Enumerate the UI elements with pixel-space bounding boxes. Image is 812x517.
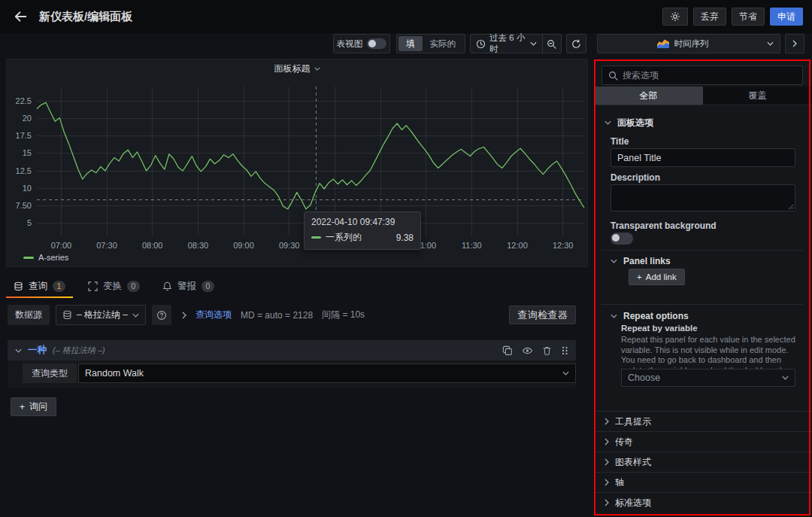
chevron-down-icon bbox=[604, 120, 611, 125]
repeat-variable-select[interactable]: Choose bbox=[621, 369, 795, 387]
top-bar: 新仪表板/编辑面板 丢弃 节省 申请 bbox=[0, 0, 812, 33]
discard-button[interactable]: 丢弃 bbox=[693, 8, 726, 26]
svg-text:09:00: 09:00 bbox=[233, 241, 254, 250]
chevron-right-icon bbox=[604, 418, 609, 425]
chart-panel: 面板标题 22.52017.51512.5107.50507:0007:3008… bbox=[6, 59, 588, 267]
svg-text:5: 5 bbox=[27, 218, 32, 227]
query-type-value: Random Walk bbox=[85, 368, 144, 379]
query-row-body: 查询类型 Random Walk bbox=[8, 360, 576, 388]
query-inspector-button[interactable]: 查询检查器 bbox=[509, 306, 576, 324]
query-type-label: 查询类型 bbox=[23, 363, 77, 383]
section-label: 传奇 bbox=[615, 436, 633, 449]
section-轴[interactable]: 轴 bbox=[594, 472, 812, 492]
svg-text:10: 10 bbox=[23, 184, 32, 193]
svg-text:12:00: 12:00 bbox=[507, 241, 528, 250]
question-circle-icon bbox=[156, 310, 167, 321]
transparent-bg-switch[interactable] bbox=[611, 233, 633, 245]
chart-legend[interactable]: A-series bbox=[23, 253, 68, 262]
panel-title: 面板标题 bbox=[274, 62, 311, 75]
transform-icon bbox=[88, 281, 98, 291]
chevron-right-icon bbox=[604, 479, 609, 486]
editor-tab-查询[interactable]: 查询 1 bbox=[6, 275, 73, 298]
query-options-link[interactable]: 查询选项 bbox=[195, 309, 232, 321]
hide-query-eye-icon[interactable] bbox=[522, 345, 533, 356]
datasource-value: – 格拉法纳 – bbox=[77, 309, 128, 321]
section-图表样式[interactable]: 图表样式 bbox=[594, 452, 812, 472]
arrow-left-icon bbox=[14, 10, 27, 23]
options-search-input[interactable] bbox=[623, 70, 796, 81]
section-panel-options[interactable]: 面板选项 bbox=[594, 113, 812, 132]
add-query-button[interactable]: + 询问 bbox=[11, 397, 56, 416]
query-row-actions bbox=[502, 345, 568, 356]
repeat-by-variable-label: Repeat by variable bbox=[621, 324, 698, 333]
legend-swatch bbox=[23, 257, 34, 259]
datasource-picker[interactable]: – 格拉法纳 – bbox=[56, 305, 146, 325]
datasource-label: 数据源 bbox=[8, 305, 50, 325]
timeseries-viz-icon bbox=[657, 39, 669, 48]
svg-text:08:00: 08:00 bbox=[142, 241, 163, 250]
visualization-picker[interactable]: 时间序列 bbox=[597, 34, 780, 53]
section-panel-links[interactable]: Panel links bbox=[594, 251, 812, 271]
svg-text:22.5: 22.5 bbox=[16, 96, 32, 105]
panel-description-textarea[interactable] bbox=[611, 184, 795, 211]
section-传奇[interactable]: 传奇 bbox=[594, 431, 812, 452]
duplicate-query-icon[interactable] bbox=[502, 345, 513, 356]
section-工具提示[interactable]: 工具提示 bbox=[594, 411, 812, 431]
time-range-picker[interactable]: 过去 6 小时 bbox=[471, 35, 542, 53]
editor-tab-变换[interactable]: 变换 0 bbox=[80, 275, 147, 298]
chevron-right-icon bbox=[604, 438, 609, 446]
svg-text:20: 20 bbox=[23, 114, 32, 123]
chevron-right-icon bbox=[182, 312, 186, 319]
bell-icon bbox=[162, 281, 172, 291]
chevron-right-icon bbox=[792, 40, 797, 47]
search-icon bbox=[608, 71, 618, 81]
chevron-down-icon bbox=[530, 41, 537, 46]
timeseries-chart[interactable]: 22.52017.51512.5107.50507:0007:3008:0008… bbox=[7, 78, 589, 258]
add-link-button[interactable]: + Add link bbox=[629, 269, 685, 285]
table-view-toggle-group: 表视图 bbox=[333, 34, 390, 53]
query-toolbar: 数据源 – 格拉法纳 – 查询选项 MD = auto = 2128 间隔 = … bbox=[8, 305, 576, 325]
tab-label: 变换 bbox=[103, 280, 122, 293]
editor-tabs: 查询 1 变换 0 警报 0 bbox=[6, 275, 588, 298]
chevron-down-icon bbox=[562, 371, 569, 376]
panel-title-input[interactable] bbox=[611, 148, 795, 167]
drag-handle-icon[interactable] bbox=[561, 345, 568, 356]
page-title: 新仪表板/编辑面板 bbox=[39, 10, 132, 24]
datasource-help-button[interactable] bbox=[152, 305, 171, 325]
database-icon bbox=[14, 281, 23, 291]
back-button[interactable] bbox=[11, 7, 30, 26]
query-type-select[interactable]: Random Walk bbox=[78, 363, 576, 383]
editor-tab-警报[interactable]: 警报 0 bbox=[155, 275, 222, 298]
tooltip-series-swatch bbox=[311, 236, 321, 239]
tab-all[interactable]: 全部 bbox=[594, 87, 703, 105]
table-view-switch[interactable] bbox=[367, 38, 386, 49]
chevron-down-icon bbox=[132, 313, 139, 318]
panel-header-menu[interactable]: 面板标题 bbox=[7, 59, 587, 78]
query-ref-id[interactable]: 一种 bbox=[28, 344, 47, 357]
fill-option[interactable]: 填 bbox=[398, 36, 423, 51]
refresh-button[interactable] bbox=[566, 34, 586, 53]
options-sidebar: 全部 覆盖 面板选项 Title Description Transparent… bbox=[594, 59, 812, 517]
options-tabs: 全部 覆盖 bbox=[594, 87, 812, 105]
apply-button[interactable]: 申请 bbox=[770, 8, 803, 26]
actual-option[interactable]: 实际的 bbox=[423, 36, 464, 51]
query-row-header[interactable]: 一种 (– 格拉法纳 –) bbox=[8, 340, 576, 360]
chevron-down-icon bbox=[767, 41, 774, 46]
settings-button[interactable] bbox=[662, 8, 688, 26]
chevron-down-icon bbox=[314, 67, 320, 71]
svg-text:12:30: 12:30 bbox=[553, 241, 574, 250]
save-button[interactable]: 节省 bbox=[732, 8, 765, 26]
delete-query-trash-icon[interactable] bbox=[542, 345, 552, 356]
options-search[interactable] bbox=[601, 65, 803, 85]
collapse-options-pane-button[interactable] bbox=[785, 34, 804, 53]
visualization-name: 时间序列 bbox=[674, 38, 709, 50]
tab-overrides[interactable]: 覆盖 bbox=[703, 87, 812, 105]
svg-text:09:30: 09:30 bbox=[279, 241, 300, 250]
refresh-icon bbox=[571, 39, 581, 49]
chevron-down-icon bbox=[782, 376, 789, 380]
tab-count-badge: 0 bbox=[201, 281, 214, 292]
collapsed-sections: 工具提示 传奇 图表样式 轴 标准选项 bbox=[594, 411, 812, 512]
section-标准选项[interactable]: 标准选项 bbox=[594, 492, 812, 512]
svg-text:7.50: 7.50 bbox=[16, 201, 32, 210]
zoom-out-time-button[interactable] bbox=[542, 35, 561, 53]
